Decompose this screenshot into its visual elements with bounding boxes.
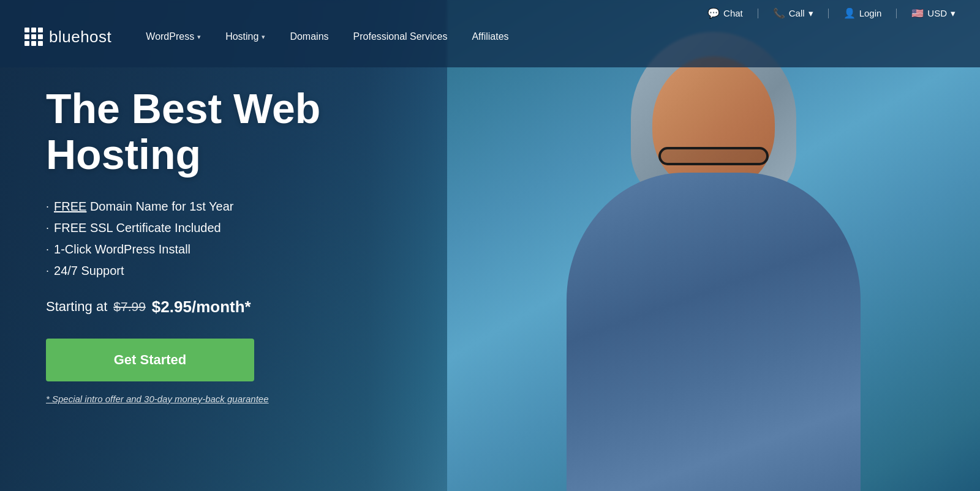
old-price: $7.99 xyxy=(113,299,146,314)
hero-content: The Best Web Hosting · FREE Domain Name … xyxy=(46,86,462,404)
login-link[interactable]: 👤 Login xyxy=(843,7,882,19)
divider-1 xyxy=(758,9,758,18)
feature-item-4: · 24/7 Support xyxy=(46,264,462,278)
chat-icon: 💬 xyxy=(707,7,720,19)
main-nav: bluehost WordPress ▾ Hosting ▾ Domains P… xyxy=(0,26,980,47)
disclaimer-text[interactable]: * Special intro offer and 30-day money-b… xyxy=(46,394,462,404)
flag-icon: 🇺🇸 xyxy=(911,7,924,19)
divider-3 xyxy=(896,9,897,18)
brand-name: bluehost xyxy=(49,28,111,47)
nav-items: WordPress ▾ Hosting ▾ Domains Profession… xyxy=(136,26,518,47)
hosting-chevron-icon: ▾ xyxy=(262,33,265,41)
hero-features-list: · FREE Domain Name for 1st Year · FREE S… xyxy=(46,200,462,278)
person-glasses xyxy=(658,147,769,165)
feature-item-2: · FREE SSL Certificate Included xyxy=(46,221,462,235)
feature-free-text: FREE xyxy=(54,200,86,213)
person-shape xyxy=(530,32,897,491)
currency-chevron-icon: ▾ xyxy=(951,8,956,19)
hero-title: The Best Web Hosting xyxy=(46,86,462,178)
bullet-1: · xyxy=(46,200,49,213)
bullet-4: · xyxy=(46,264,49,277)
person-head xyxy=(652,56,775,191)
nav-item-wordpress[interactable]: WordPress ▾ xyxy=(136,26,211,47)
person-body xyxy=(567,173,861,491)
nav-item-hosting[interactable]: Hosting ▾ xyxy=(216,26,275,47)
logo[interactable]: bluehost xyxy=(24,28,111,47)
hero-image xyxy=(447,0,980,491)
feature-item-1: · FREE Domain Name for 1st Year xyxy=(46,200,462,214)
feature-3-text: 1-Click WordPress Install xyxy=(54,242,190,257)
divider-2 xyxy=(828,9,829,18)
currency-label: USD xyxy=(927,8,947,18)
hero-section: 💬 Chat 📞 Call ▾ 👤 Login 🇺🇸 USD ▾ xyxy=(0,0,980,491)
currency-selector[interactable]: 🇺🇸 USD ▾ xyxy=(911,7,956,19)
call-label: Call xyxy=(789,8,805,18)
feature-2-text: FREE SSL Certificate Included xyxy=(54,221,221,235)
new-price: $2.95/month* xyxy=(152,298,251,317)
bullet-3: · xyxy=(46,243,49,256)
nav-item-affiliates[interactable]: Affiliates xyxy=(462,26,518,47)
bullet-2: · xyxy=(46,222,49,234)
wordpress-chevron-icon: ▾ xyxy=(197,33,201,41)
logo-grid-icon xyxy=(24,28,43,46)
chat-label: Chat xyxy=(723,8,743,18)
call-link[interactable]: 📞 Call ▾ xyxy=(773,7,813,19)
login-label: Login xyxy=(859,8,882,18)
phone-icon: 📞 xyxy=(773,7,785,19)
pricing-line: Starting at $7.99 $2.95/month* xyxy=(46,298,462,317)
call-chevron-icon: ▾ xyxy=(809,8,813,19)
feature-item-3: · 1-Click WordPress Install xyxy=(46,242,462,257)
chat-link[interactable]: 💬 Chat xyxy=(707,7,743,19)
user-icon: 👤 xyxy=(843,7,856,19)
get-started-button[interactable]: Get Started xyxy=(46,339,254,381)
nav-item-professional-services[interactable]: Professional Services xyxy=(344,26,458,47)
feature-4-text: 24/7 Support xyxy=(54,264,124,278)
top-bar: 💬 Chat 📞 Call ▾ 👤 Login 🇺🇸 USD ▾ xyxy=(0,0,980,26)
navbar: 💬 Chat 📞 Call ▾ 👤 Login 🇺🇸 USD ▾ xyxy=(0,0,980,67)
pricing-prefix: Starting at xyxy=(46,299,107,315)
nav-item-domains[interactable]: Domains xyxy=(280,26,338,47)
